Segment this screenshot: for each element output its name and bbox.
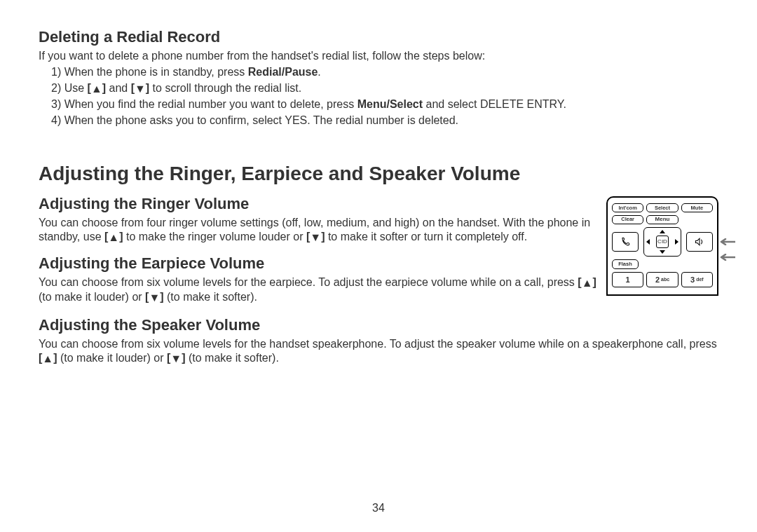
menu-select-label: Menu/Select (357, 98, 423, 110)
earpiece-b: (to make it louder) or (39, 291, 145, 303)
up-arrow-icon: ▲ (108, 231, 119, 245)
talk-key (612, 232, 639, 252)
key-1-label: 1 (626, 275, 630, 284)
speaker-b: (to make it louder) or (57, 352, 168, 364)
down-arrow-icon: ▼ (170, 352, 182, 366)
mute-key: Mute (681, 203, 713, 212)
down-arrow-icon: ▼ (149, 291, 160, 305)
down-arrow-icon: ▼ (310, 231, 321, 245)
earpiece-text: You can choose from six volume levels fo… (39, 275, 598, 305)
down-arrow-icon: ▼ (135, 81, 146, 97)
bracket-close-5: ] (592, 276, 596, 288)
up-arrow-icon: ▲ (42, 352, 53, 366)
key-3: 3def (681, 272, 713, 287)
key-3-label: 3 (690, 275, 695, 284)
cid-key: CID (656, 236, 669, 248)
ringer-c: to make it softer or turn it completely … (325, 231, 527, 243)
flash-key: Flash (612, 259, 639, 269)
step-3-text-c: and select DELETE ENTRY. (423, 98, 566, 110)
key-2-sub: abc (661, 277, 669, 282)
select-key: Select (646, 203, 678, 212)
ringer-b: to make the ringer volume louder or (123, 231, 306, 243)
heading-ringer-volume: Adjusting the Ringer Volume (39, 195, 598, 213)
clear-key: Clear (612, 215, 643, 224)
intro-text: If you want to delete a phone number fro… (39, 49, 718, 63)
heading-earpiece-volume: Adjusting the Earpiece Volume (39, 254, 598, 273)
step-4: 4) When the phone asks you to confirm, s… (39, 113, 718, 128)
volume-two-col: Adjusting the Ringer Volume You can choo… (39, 195, 718, 306)
step-2-text-a: 2) Use (51, 82, 88, 94)
heading-deleting-redial: Deleting a Redial Record (39, 28, 718, 46)
step-1-text-a: 1) When the phone is in standby, press (51, 66, 248, 78)
step-3-text-a: 3) When you find the redial number you w… (51, 98, 357, 110)
earpiece-a: You can choose from six volume levels fo… (39, 276, 578, 288)
menu-key: Menu (646, 215, 678, 224)
pointer-arrow-icon (716, 251, 735, 258)
speaker-a: You can choose from six volume levels fo… (39, 338, 717, 350)
key-2: 2abc (646, 272, 678, 287)
phone-illustration-column: Int'com Select Mute Clear Menu (606, 195, 718, 296)
key-2-label: 2 (655, 275, 660, 284)
step-1: 1) When the phone is in standby, press R… (39, 64, 718, 80)
nav-left-icon (646, 239, 650, 245)
phone-row-labels-1: Int'com Select Mute (612, 203, 713, 212)
volume-text-column: Adjusting the Ringer Volume You can choo… (39, 195, 598, 306)
page-number: 34 (0, 502, 757, 514)
nav-down-icon (660, 250, 665, 254)
phone-illustration: Int'com Select Mute Clear Menu (606, 196, 718, 296)
phone-flash-row: Flash (612, 259, 713, 269)
manual-page: Deleting a Redial Record If you want to … (0, 0, 757, 532)
step-1-text-c: . (318, 66, 320, 78)
speaker-c: (to make it softer). (186, 352, 279, 364)
ringer-text: You can choose from four ringer volume s… (39, 216, 598, 245)
up-arrow-icon: ▲ (91, 81, 102, 97)
pointer-arrow-icon (716, 236, 735, 243)
heading-speaker-volume: Adjusting the Speaker Volume (39, 316, 718, 334)
nav-right-icon (675, 239, 678, 245)
redial-pause-label: Redial/Pause (248, 66, 318, 78)
key-1: 1 (612, 272, 643, 287)
phone-num-row: 1 2abc 3def (612, 272, 713, 287)
up-arrow-icon: ▲ (582, 276, 593, 290)
step-2-text-b: and (106, 82, 131, 94)
speaker-text: You can choose from six volume levels fo… (39, 337, 718, 366)
key-3-sub: def (696, 277, 704, 282)
nav-pad: CID (643, 227, 681, 257)
heading-adjusting-volume: Adjusting the Ringer, Earpiece and Speak… (39, 163, 718, 185)
step-2-text-c: to scroll through the redial list. (149, 82, 301, 94)
intcom-key: Int'com (612, 203, 643, 212)
speaker-key (686, 232, 713, 252)
phone-row-labels-2: Clear Menu (612, 215, 713, 224)
step-3: 3) When you find the redial number you w… (39, 97, 718, 112)
phone-nav-row: CID (612, 227, 713, 257)
earpiece-c: (to make it softer). (164, 291, 257, 303)
step-2: 2) Use [▲] and [▼] to scroll through the… (39, 81, 718, 97)
nav-up-icon (660, 230, 665, 233)
